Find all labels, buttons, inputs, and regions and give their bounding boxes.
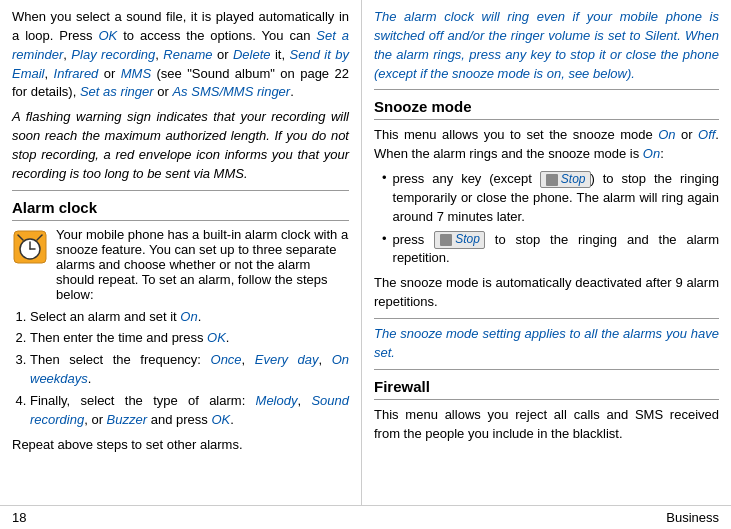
step4-period: . xyxy=(230,412,234,427)
warning-paragraph: A flashing warning sign indicates that y… xyxy=(12,108,349,183)
step4-comma1: , xyxy=(297,393,311,408)
alarm-intro-text: Your mobile phone has a built-in alarm c… xyxy=(56,227,349,302)
alarm-intro-row: Your mobile phone has a built-in alarm c… xyxy=(12,227,349,302)
snooze-italic-divider xyxy=(374,318,719,319)
alarm-clock-title: Alarm clock xyxy=(12,199,349,216)
snooze-on-link[interactable]: On xyxy=(658,127,675,142)
bullet-2-text: press Stop to stop the ringing and the a… xyxy=(393,231,719,269)
step2-text-before: Then enter the time and press xyxy=(30,330,207,345)
infrared-link[interactable]: Infrared xyxy=(54,66,99,81)
delete-link[interactable]: Delete xyxy=(233,47,271,62)
svg-rect-6 xyxy=(546,174,558,186)
page-container: When you select a sound file, it is play… xyxy=(0,0,731,529)
snooze-divider xyxy=(374,89,719,90)
alarm-step-3: Then select the frequency: Once, Every d… xyxy=(30,351,349,389)
snooze-or: or xyxy=(676,127,699,142)
stop-icon-2 xyxy=(439,233,453,247)
step4-ok-link[interactable]: OK xyxy=(211,412,230,427)
alarm-italic-top: The alarm clock will ring even if your m… xyxy=(374,8,719,83)
left-column: When you select a sound file, it is play… xyxy=(0,0,362,505)
period: . xyxy=(290,84,294,99)
step4-text2: and press xyxy=(147,412,211,427)
mms-link[interactable]: MMS xyxy=(121,66,151,81)
bullet2-before: press xyxy=(393,232,435,247)
svg-rect-7 xyxy=(440,234,452,246)
or1: or xyxy=(213,47,233,62)
content-area: When you select a sound file, it is play… xyxy=(0,0,731,505)
page-footer: 18 Business xyxy=(0,505,731,529)
step3-everyday-link[interactable]: Every day xyxy=(255,352,319,367)
bullet1-before: press any key (except xyxy=(393,171,540,186)
alarm-divider xyxy=(12,190,349,191)
bullet-1-text: press any key (except Stop) to stop the … xyxy=(393,170,719,227)
intro-paragraph: When you select a sound file, it is play… xyxy=(12,8,349,102)
snooze-colon: : xyxy=(660,146,664,161)
step3-comma1: , xyxy=(242,352,255,367)
snooze-auto-deactivate: The snooze mode is automatically deactiv… xyxy=(374,274,719,312)
or2: or xyxy=(98,66,120,81)
stop-button-1[interactable]: Stop xyxy=(540,171,591,189)
step3-once-link[interactable]: Once xyxy=(211,352,242,367)
bullet-dot-1: • xyxy=(382,170,387,185)
it-text: it, xyxy=(271,47,290,62)
snooze-bullets: • press any key (except Stop) to stop th… xyxy=(382,170,719,268)
snooze-off-link[interactable]: Off xyxy=(698,127,715,142)
step1-period: . xyxy=(198,309,202,324)
step1-text-before: Select an alarm and set it xyxy=(30,309,180,324)
bullet-dot-2: • xyxy=(382,231,387,246)
set-ringer-link[interactable]: Set as ringer xyxy=(80,84,154,99)
step4-melody-link[interactable]: Melody xyxy=(256,393,298,408)
snooze-italic-note: The snooze mode setting applies to all t… xyxy=(374,325,719,363)
step4-text-before: Finally, select the type of alarm: xyxy=(30,393,256,408)
or3: or xyxy=(154,84,173,99)
repeat-text: Repeat above steps to set other alarms. xyxy=(12,436,349,455)
snooze-title: Snooze mode xyxy=(374,98,719,115)
step2-period: . xyxy=(226,330,230,345)
alarm-clock-icon xyxy=(12,229,48,265)
step1-on-link[interactable]: On xyxy=(180,309,197,324)
alarm-step-1: Select an alarm and set it On. xyxy=(30,308,349,327)
firewall-title: Firewall xyxy=(374,378,719,395)
step4-buzzer-link[interactable]: Buzzer xyxy=(107,412,147,427)
firewall-divider xyxy=(374,369,719,370)
step3-comma2: , xyxy=(319,352,332,367)
alarm-step-2: Then enter the time and press OK. xyxy=(30,329,349,348)
play-recording-link[interactable]: Play recording xyxy=(71,47,155,62)
page-number: 18 xyxy=(12,510,26,525)
firewall-text: This menu allows you reject all calls an… xyxy=(374,406,719,444)
page-label: Business xyxy=(666,510,719,525)
bullet-item-2: • press Stop to stop the ringing and the… xyxy=(382,231,719,269)
snooze-title-divider xyxy=(374,119,719,120)
firewall-title-divider xyxy=(374,399,719,400)
stop-icon-1 xyxy=(545,173,559,187)
ok-link-1[interactable]: OK xyxy=(98,28,117,43)
step3-text-before: Then select the frequency: xyxy=(30,352,211,367)
intro-text-2: to access the options. You can xyxy=(117,28,316,43)
step2-ok-link[interactable]: OK xyxy=(207,330,226,345)
bullet-item-1: • press any key (except Stop) to stop th… xyxy=(382,170,719,227)
step4-comma2: , or xyxy=(84,412,106,427)
stop-button-2[interactable]: Stop xyxy=(434,231,485,249)
comma3: , xyxy=(45,66,54,81)
rename-link[interactable]: Rename xyxy=(163,47,212,62)
alarm-title-divider xyxy=(12,220,349,221)
snooze-intro-para: This menu allows you to set the snooze m… xyxy=(374,126,719,164)
snooze-on-link2[interactable]: On xyxy=(643,146,660,161)
alarm-step-4: Finally, select the type of alarm: Melod… xyxy=(30,392,349,430)
right-column: The alarm clock will ring even if your m… xyxy=(362,0,731,505)
alarm-steps-list: Select an alarm and set it On. Then ente… xyxy=(30,308,349,430)
step3-period: . xyxy=(88,371,92,386)
sms-ringer-link[interactable]: As SMS/MMS ringer xyxy=(172,84,290,99)
snooze-intro-text: This menu allows you to set the snooze m… xyxy=(374,127,658,142)
